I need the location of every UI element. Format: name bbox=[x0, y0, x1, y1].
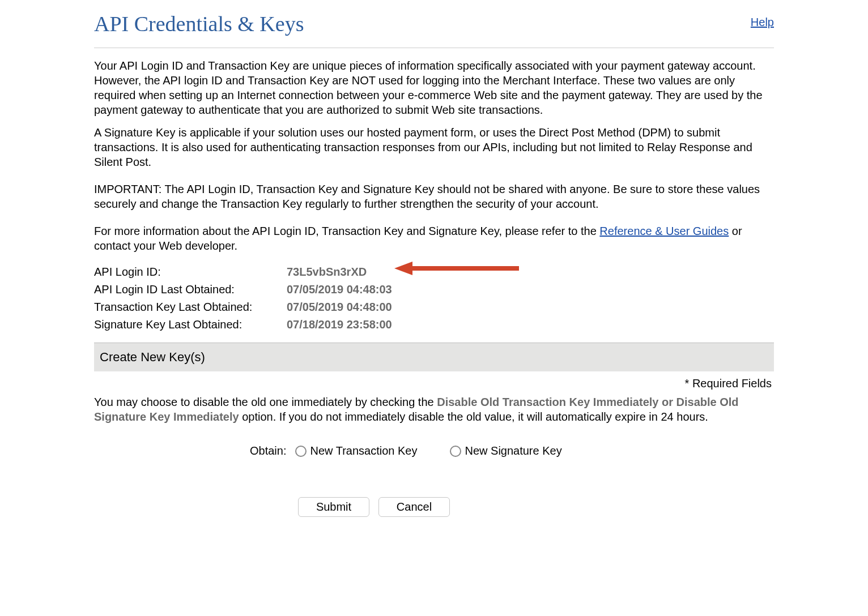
table-row: API Login ID: 73L5vbSn3rXD bbox=[94, 266, 774, 279]
credentials-table: API Login ID: 73L5vbSn3rXD API Login ID … bbox=[94, 266, 774, 331]
new-transaction-key-radio[interactable]: New Transaction Key bbox=[295, 444, 417, 457]
new-transaction-key-label: New Transaction Key bbox=[310, 444, 417, 457]
intro-paragraph-1: Your API Login ID and Transaction Key ar… bbox=[94, 58, 774, 117]
disable-prefix: You may choose to disable the old one im… bbox=[94, 396, 437, 408]
signature-key-last-obtained-value: 07/18/2019 23:58:00 bbox=[287, 318, 392, 331]
api-login-id-last-obtained-label: API Login ID Last Obtained: bbox=[94, 283, 287, 296]
page-title: API Credentials & Keys bbox=[94, 11, 304, 36]
obtain-label: Obtain: bbox=[250, 444, 286, 457]
reference-paragraph: For more information about the API Login… bbox=[94, 224, 774, 253]
transaction-key-last-obtained-label: Transaction Key Last Obtained: bbox=[94, 301, 287, 314]
table-row: API Login ID Last Obtained: 07/05/2019 0… bbox=[94, 283, 774, 296]
divider bbox=[94, 48, 774, 48]
disable-suffix: option. If you do not immediately disabl… bbox=[239, 410, 708, 423]
help-link[interactable]: Help bbox=[751, 11, 774, 29]
disable-instruction: You may choose to disable the old one im… bbox=[94, 395, 774, 424]
cancel-button[interactable]: Cancel bbox=[378, 497, 450, 517]
api-login-id-value: 73L5vbSn3rXD bbox=[287, 266, 367, 279]
signature-key-last-obtained-label: Signature Key Last Obtained: bbox=[94, 318, 287, 331]
table-row: Signature Key Last Obtained: 07/18/2019 … bbox=[94, 318, 774, 331]
radio-icon bbox=[295, 446, 307, 457]
obtain-row: Obtain: New Transaction Key New Signatur… bbox=[94, 444, 774, 457]
api-login-id-label: API Login ID: bbox=[94, 266, 287, 279]
required-fields-note: * Required Fields bbox=[94, 371, 774, 395]
create-new-keys-section-header: Create New Key(s) bbox=[94, 343, 774, 371]
important-paragraph: IMPORTANT: The API Login ID, Transaction… bbox=[94, 182, 774, 211]
reference-prefix: For more information about the API Login… bbox=[94, 225, 599, 237]
new-signature-key-label: New Signature Key bbox=[465, 444, 561, 457]
transaction-key-last-obtained-value: 07/05/2019 04:48:00 bbox=[287, 301, 392, 314]
reference-link[interactable]: Reference & User Guides bbox=[599, 225, 729, 237]
radio-icon bbox=[450, 446, 461, 457]
intro-paragraph-2: A Signature Key is applicable if your so… bbox=[94, 125, 774, 169]
submit-button[interactable]: Submit bbox=[298, 497, 369, 517]
api-login-id-last-obtained-value: 07/05/2019 04:48:03 bbox=[287, 283, 392, 296]
button-row: Submit Cancel bbox=[94, 497, 774, 517]
table-row: Transaction Key Last Obtained: 07/05/201… bbox=[94, 301, 774, 314]
new-signature-key-radio[interactable]: New Signature Key bbox=[450, 444, 561, 457]
